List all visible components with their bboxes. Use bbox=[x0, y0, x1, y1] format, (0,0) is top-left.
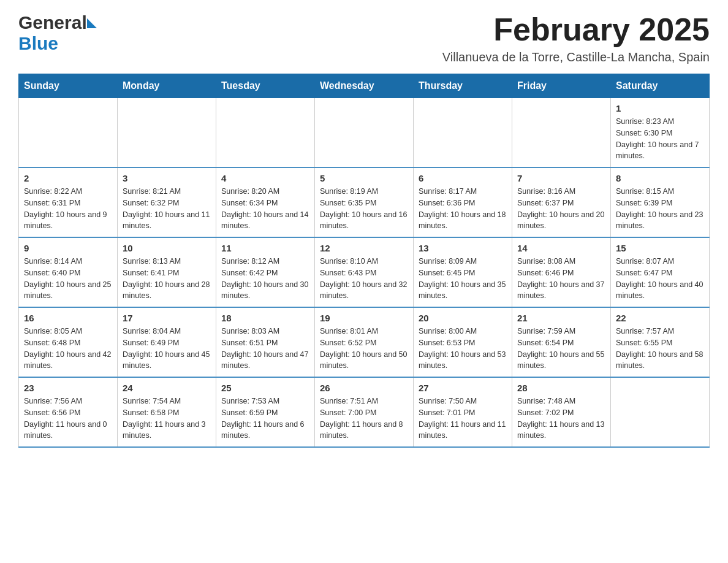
day-info: Sunrise: 8:20 AMSunset: 6:34 PMDaylight:… bbox=[221, 186, 309, 232]
calendar-day-cell bbox=[414, 98, 512, 168]
day-number: 2 bbox=[24, 173, 112, 183]
logo-arrow-icon bbox=[87, 18, 97, 28]
weekday-header: Monday bbox=[118, 74, 216, 98]
day-info: Sunrise: 7:50 AMSunset: 7:01 PMDaylight:… bbox=[419, 396, 507, 442]
calendar-day-cell: 1Sunrise: 8:23 AMSunset: 6:30 PMDaylight… bbox=[611, 98, 710, 168]
logo: General Blue bbox=[18, 12, 97, 54]
calendar-day-cell: 6Sunrise: 8:17 AMSunset: 6:36 PMDaylight… bbox=[414, 167, 512, 237]
day-number: 10 bbox=[123, 243, 211, 253]
day-number: 6 bbox=[419, 173, 507, 183]
calendar-day-cell: 3Sunrise: 8:21 AMSunset: 6:32 PMDaylight… bbox=[118, 167, 216, 237]
calendar-week-row: 23Sunrise: 7:56 AMSunset: 6:56 PMDayligh… bbox=[19, 377, 710, 447]
calendar-day-cell: 25Sunrise: 7:53 AMSunset: 6:59 PMDayligh… bbox=[216, 377, 315, 447]
day-number: 12 bbox=[320, 243, 408, 253]
day-info: Sunrise: 8:15 AMSunset: 6:39 PMDaylight:… bbox=[616, 186, 704, 232]
calendar-day-cell: 13Sunrise: 8:09 AMSunset: 6:45 PMDayligh… bbox=[414, 237, 512, 307]
calendar-day-cell: 9Sunrise: 8:14 AMSunset: 6:40 PMDaylight… bbox=[19, 237, 118, 307]
calendar-day-cell: 21Sunrise: 7:59 AMSunset: 6:54 PMDayligh… bbox=[512, 307, 611, 377]
calendar-day-cell bbox=[512, 98, 611, 168]
day-number: 14 bbox=[517, 243, 605, 253]
day-number: 18 bbox=[221, 313, 309, 323]
calendar-day-cell: 16Sunrise: 8:05 AMSunset: 6:48 PMDayligh… bbox=[19, 307, 118, 377]
day-info: Sunrise: 8:00 AMSunset: 6:53 PMDaylight:… bbox=[419, 326, 507, 372]
day-number: 1 bbox=[616, 103, 704, 113]
calendar-week-row: 9Sunrise: 8:14 AMSunset: 6:40 PMDaylight… bbox=[19, 237, 710, 307]
calendar-day-cell bbox=[611, 377, 710, 447]
calendar-day-cell: 7Sunrise: 8:16 AMSunset: 6:37 PMDaylight… bbox=[512, 167, 611, 237]
page-header: General Blue February 2025 Villanueva de… bbox=[18, 12, 710, 64]
calendar-day-cell bbox=[315, 98, 414, 168]
day-number: 16 bbox=[24, 313, 112, 323]
day-number: 7 bbox=[517, 173, 605, 183]
title-section: February 2025 Villanueva de la Torre, Ca… bbox=[442, 12, 710, 64]
day-info: Sunrise: 7:59 AMSunset: 6:54 PMDaylight:… bbox=[517, 326, 605, 372]
calendar-day-cell bbox=[19, 98, 118, 168]
day-info: Sunrise: 8:10 AMSunset: 6:43 PMDaylight:… bbox=[320, 256, 408, 302]
logo-blue-text: Blue bbox=[18, 33, 58, 54]
logo-general-text: General bbox=[18, 12, 87, 33]
calendar-day-cell: 8Sunrise: 8:15 AMSunset: 6:39 PMDaylight… bbox=[611, 167, 710, 237]
calendar-day-cell: 5Sunrise: 8:19 AMSunset: 6:35 PMDaylight… bbox=[315, 167, 414, 237]
day-number: 23 bbox=[24, 383, 112, 393]
weekday-header: Sunday bbox=[19, 74, 118, 98]
calendar-day-cell: 23Sunrise: 7:56 AMSunset: 6:56 PMDayligh… bbox=[19, 377, 118, 447]
day-number: 22 bbox=[616, 313, 704, 323]
calendar-week-row: 2Sunrise: 8:22 AMSunset: 6:31 PMDaylight… bbox=[19, 167, 710, 237]
day-info: Sunrise: 8:23 AMSunset: 6:30 PMDaylight:… bbox=[616, 116, 704, 162]
calendar-day-cell: 24Sunrise: 7:54 AMSunset: 6:58 PMDayligh… bbox=[118, 377, 216, 447]
calendar-day-cell bbox=[216, 98, 315, 168]
calendar-day-cell: 19Sunrise: 8:01 AMSunset: 6:52 PMDayligh… bbox=[315, 307, 414, 377]
calendar-day-cell: 15Sunrise: 8:07 AMSunset: 6:47 PMDayligh… bbox=[611, 237, 710, 307]
day-number: 5 bbox=[320, 173, 408, 183]
day-info: Sunrise: 8:03 AMSunset: 6:51 PMDaylight:… bbox=[221, 326, 309, 372]
calendar-day-cell: 11Sunrise: 8:12 AMSunset: 6:42 PMDayligh… bbox=[216, 237, 315, 307]
calendar-body: 1Sunrise: 8:23 AMSunset: 6:30 PMDaylight… bbox=[19, 98, 710, 448]
day-info: Sunrise: 8:21 AMSunset: 6:32 PMDaylight:… bbox=[123, 186, 211, 232]
month-title: February 2025 bbox=[442, 12, 710, 47]
day-info: Sunrise: 8:05 AMSunset: 6:48 PMDaylight:… bbox=[24, 326, 112, 372]
day-info: Sunrise: 7:53 AMSunset: 6:59 PMDaylight:… bbox=[221, 396, 309, 442]
calendar-day-cell bbox=[118, 98, 216, 168]
day-number: 9 bbox=[24, 243, 112, 253]
day-number: 3 bbox=[123, 173, 211, 183]
calendar-day-cell: 20Sunrise: 8:00 AMSunset: 6:53 PMDayligh… bbox=[414, 307, 512, 377]
calendar-table: SundayMondayTuesdayWednesdayThursdayFrid… bbox=[18, 74, 710, 448]
day-number: 15 bbox=[616, 243, 704, 253]
weekday-header-row: SundayMondayTuesdayWednesdayThursdayFrid… bbox=[19, 74, 710, 98]
calendar-day-cell: 12Sunrise: 8:10 AMSunset: 6:43 PMDayligh… bbox=[315, 237, 414, 307]
calendar-day-cell: 17Sunrise: 8:04 AMSunset: 6:49 PMDayligh… bbox=[118, 307, 216, 377]
day-number: 8 bbox=[616, 173, 704, 183]
day-info: Sunrise: 7:48 AMSunset: 7:02 PMDaylight:… bbox=[517, 396, 605, 442]
calendar-day-cell: 14Sunrise: 8:08 AMSunset: 6:46 PMDayligh… bbox=[512, 237, 611, 307]
day-info: Sunrise: 7:56 AMSunset: 6:56 PMDaylight:… bbox=[24, 396, 112, 442]
calendar-header: SundayMondayTuesdayWednesdayThursdayFrid… bbox=[19, 74, 710, 98]
weekday-header: Saturday bbox=[611, 74, 710, 98]
weekday-header: Wednesday bbox=[315, 74, 414, 98]
day-info: Sunrise: 7:54 AMSunset: 6:58 PMDaylight:… bbox=[123, 396, 211, 442]
day-info: Sunrise: 8:09 AMSunset: 6:45 PMDaylight:… bbox=[419, 256, 507, 302]
day-number: 26 bbox=[320, 383, 408, 393]
day-info: Sunrise: 8:07 AMSunset: 6:47 PMDaylight:… bbox=[616, 256, 704, 302]
day-info: Sunrise: 8:04 AMSunset: 6:49 PMDaylight:… bbox=[123, 326, 211, 372]
day-number: 17 bbox=[123, 313, 211, 323]
calendar-day-cell: 28Sunrise: 7:48 AMSunset: 7:02 PMDayligh… bbox=[512, 377, 611, 447]
day-number: 27 bbox=[419, 383, 507, 393]
calendar-day-cell: 22Sunrise: 7:57 AMSunset: 6:55 PMDayligh… bbox=[611, 307, 710, 377]
day-info: Sunrise: 8:16 AMSunset: 6:37 PMDaylight:… bbox=[517, 186, 605, 232]
day-number: 19 bbox=[320, 313, 408, 323]
day-number: 20 bbox=[419, 313, 507, 323]
calendar-day-cell: 2Sunrise: 8:22 AMSunset: 6:31 PMDaylight… bbox=[19, 167, 118, 237]
day-info: Sunrise: 8:12 AMSunset: 6:42 PMDaylight:… bbox=[221, 256, 309, 302]
location-text: Villanueva de la Torre, Castille-La Manc… bbox=[442, 50, 710, 64]
day-info: Sunrise: 8:01 AMSunset: 6:52 PMDaylight:… bbox=[320, 326, 408, 372]
day-info: Sunrise: 7:57 AMSunset: 6:55 PMDaylight:… bbox=[616, 326, 704, 372]
day-info: Sunrise: 7:51 AMSunset: 7:00 PMDaylight:… bbox=[320, 396, 408, 442]
calendar-day-cell: 18Sunrise: 8:03 AMSunset: 6:51 PMDayligh… bbox=[216, 307, 315, 377]
day-info: Sunrise: 8:22 AMSunset: 6:31 PMDaylight:… bbox=[24, 186, 112, 232]
day-number: 28 bbox=[517, 383, 605, 393]
day-info: Sunrise: 8:13 AMSunset: 6:41 PMDaylight:… bbox=[123, 256, 211, 302]
calendar-week-row: 1Sunrise: 8:23 AMSunset: 6:30 PMDaylight… bbox=[19, 98, 710, 168]
day-number: 25 bbox=[221, 383, 309, 393]
calendar-day-cell: 4Sunrise: 8:20 AMSunset: 6:34 PMDaylight… bbox=[216, 167, 315, 237]
calendar-day-cell: 26Sunrise: 7:51 AMSunset: 7:00 PMDayligh… bbox=[315, 377, 414, 447]
